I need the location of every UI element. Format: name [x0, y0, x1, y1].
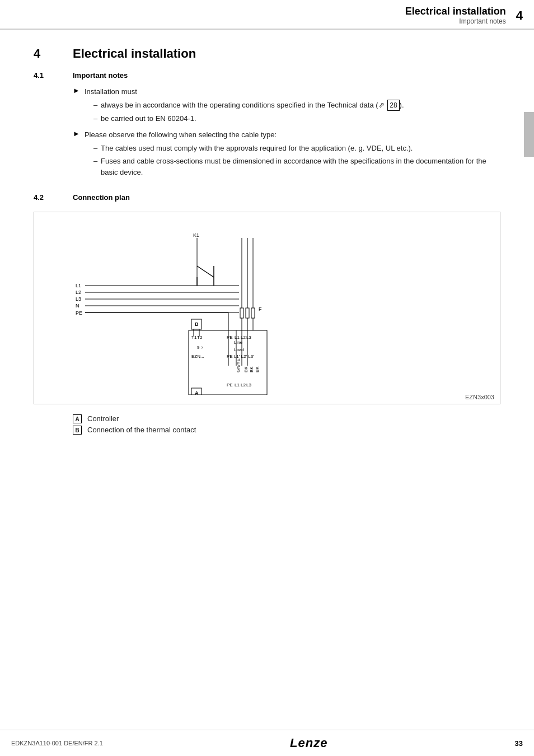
svg-text:PE: PE	[227, 335, 233, 340]
svg-text:B: B	[195, 321, 199, 327]
header-right: Electrical installation Important notes …	[405, 6, 523, 25]
svg-text:L1: L1	[235, 382, 240, 388]
section-42: 4.2 Connection plan L1 L2 L3 N PE K1	[34, 193, 500, 435]
svg-rect-21	[251, 308, 255, 318]
svg-text:BK: BK	[243, 366, 249, 372]
svg-text:L2: L2	[241, 335, 246, 340]
chapter-heading: 4 Electrical installation	[34, 46, 500, 61]
svg-text:T1: T1	[191, 335, 197, 340]
svg-text:PE: PE	[76, 310, 82, 316]
svg-text:L3: L3	[246, 382, 251, 388]
svg-text:K1: K1	[193, 232, 199, 238]
svg-text:BK: BK	[249, 366, 254, 372]
svg-rect-20	[246, 308, 249, 318]
diagram-legend: A Controller B Connection of the thermal…	[73, 414, 500, 435]
svg-text:9 >: 9 >	[197, 345, 204, 350]
bullet-item-2: ► Please observe the following when sele…	[73, 129, 500, 180]
sub-bullet-1-2: – be carried out to EN 60204-1.	[93, 113, 404, 124]
section-41-number: 4.1	[34, 71, 73, 80]
link-ref-28[interactable]: 28	[387, 100, 399, 111]
svg-text:A: A	[195, 390, 199, 395]
svg-text:L3: L3	[76, 296, 81, 302]
svg-rect-19	[240, 308, 243, 318]
sub-bullet-1-2-text: be carried out to EN 60204-1.	[101, 113, 196, 124]
bullet-text-2: Please observe the following when select…	[85, 129, 500, 180]
svg-line-13	[197, 266, 214, 277]
header-chapter-number: 4	[516, 8, 523, 23]
chapter-title: Electrical installation	[73, 46, 196, 61]
bullet-2-label: Please observe the following when select…	[85, 130, 277, 139]
svg-text:F: F	[259, 306, 262, 312]
svg-text:Line: Line	[234, 340, 243, 345]
svg-text:T2: T2	[197, 335, 203, 340]
svg-text:N: N	[76, 303, 79, 309]
svg-text:PE: PE	[227, 382, 233, 388]
svg-text:L3: L3	[246, 335, 251, 340]
sub-bullet-2-1-text: The cables used must comply with the app…	[101, 143, 413, 154]
dash-2-2: –	[93, 156, 97, 167]
sub-bullet-1-1: – always be in accordance with the opera…	[93, 100, 404, 111]
bullet-list-41: ► Installation must – always be in accor…	[73, 86, 500, 180]
bullet-arrow-2: ►	[73, 129, 80, 138]
sub-bullet-2-1: – The cables used must comply with the a…	[93, 143, 500, 154]
svg-text:GN/YE: GN/YE	[236, 358, 241, 372]
section-42-number: 4.2	[34, 193, 73, 202]
page-header: Electrical installation Important notes …	[0, 0, 534, 30]
bullet-item-1: ► Installation must – always be in accor…	[73, 86, 500, 126]
legend-text-A: Controller	[87, 414, 119, 423]
svg-text:L1: L1	[76, 283, 81, 288]
diagram-container: L1 L2 L3 N PE K1	[34, 212, 500, 404]
legend-text-B: Connection of the thermal contact	[87, 426, 196, 434]
section-41-header: 4.1 Important notes	[34, 71, 500, 80]
svg-text:L2: L2	[241, 382, 246, 388]
legend-key-A: A	[73, 414, 82, 423]
section-41-title: Important notes	[73, 71, 128, 80]
footer-page-number: 33	[515, 739, 523, 748]
bullet-text-1: Installation must – always be in accorda…	[85, 86, 404, 126]
sub-bullet-2-2-text: Fuses and cable cross-sections must be d…	[101, 156, 500, 178]
dash-2-1: –	[93, 143, 97, 154]
footer-doc-ref: EDKZN3A110-001 DE/EN/FR 2.1	[11, 740, 103, 746]
side-tab	[524, 112, 534, 157]
sub-bullet-1-1-text: always be in accordance with the operati…	[101, 100, 404, 111]
sub-bullet-2-2: – Fuses and cable cross-sections must be…	[93, 156, 500, 178]
section-42-header: 4.2 Connection plan	[34, 193, 500, 202]
sub-bullet-list-1: – always be in accordance with the opera…	[93, 100, 404, 124]
page-footer: EDKZN3A110-001 DE/EN/FR 2.1 Lenze 33	[0, 730, 534, 756]
bullet-arrow-1: ►	[73, 86, 80, 95]
section-42-title: Connection plan	[73, 193, 130, 202]
legend-item-B: B Connection of the thermal contact	[73, 426, 500, 435]
header-title: Electrical installation	[405, 6, 506, 17]
svg-text:L1: L1	[235, 335, 240, 340]
link-ref-icon: ⇗	[378, 101, 385, 109]
header-subtitle: Important notes	[405, 17, 506, 25]
dash-1-1: –	[93, 100, 97, 111]
legend-item-A: A Controller	[73, 414, 500, 423]
lenze-logo: Lenze	[290, 736, 327, 750]
svg-text:EZN...: EZN...	[191, 354, 204, 359]
svg-text:Load: Load	[234, 347, 244, 352]
svg-text:L2: L2	[76, 290, 81, 295]
svg-text:PE L1' L2' L3': PE L1' L2' L3'	[227, 354, 254, 359]
svg-text:BK: BK	[255, 366, 260, 372]
connection-diagram: L1 L2 L3 N PE K1	[71, 221, 463, 395]
diagram-ref: EZN3x003	[465, 394, 494, 400]
footer-center: Lenze	[290, 736, 327, 750]
dash-1-2: –	[93, 113, 97, 124]
sub-bullet-list-2: – The cables used must comply with the a…	[93, 143, 500, 178]
main-content: 4 Electrical installation 4.1 Important …	[0, 30, 534, 730]
chapter-number: 4	[34, 46, 73, 61]
page: Electrical installation Important notes …	[0, 0, 534, 756]
legend-key-B: B	[73, 426, 82, 435]
bullet-1-label: Installation must	[85, 87, 137, 96]
